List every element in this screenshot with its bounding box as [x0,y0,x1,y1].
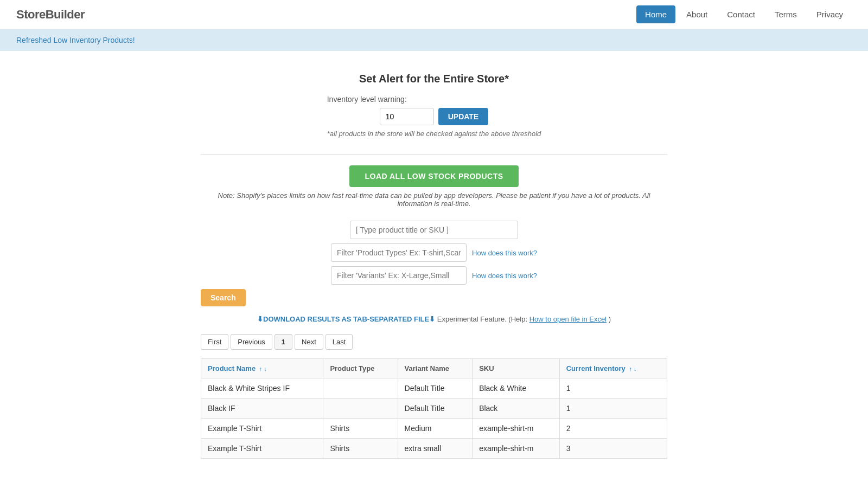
alert-banner: Refreshed Low Inventory Products! [0,29,868,51]
cell-sku: Black & White [473,378,560,399]
cell-product-name: Example T-Shirt [201,439,323,459]
cell-sku: example-shirt-m [473,419,560,439]
col-current-inventory: Current Inventory ↑ ↓ [559,359,667,378]
brand-logo: StoreBuilder [16,8,85,22]
cell-variant-name: Default Title [398,399,473,419]
header-row: Product Name ↑ ↓ Product Type Variant Na… [201,359,667,378]
cell-variant-name: extra small [398,439,473,459]
inventory-warning-label: Inventory level warning: [327,95,407,104]
cell-current-inventory: 1 [559,399,667,419]
cell-variant-name: Default Title [398,378,473,399]
table-row: Black IFDefault TitleBlack1 [201,399,667,419]
cell-current-inventory: 3 [559,439,667,459]
alert-form: UPDATE [327,108,541,125]
section-divider [201,154,667,155]
cell-current-inventory: 2 [559,419,667,439]
variant-filter[interactable] [331,266,467,285]
download-link[interactable]: ⬇DOWNLOAD RESULTS AS TAB-SEPARATED FILE⬇ [257,315,435,323]
cell-product-type: Shirts [323,419,398,439]
table-row: Example T-ShirtShirtsMediumexample-shirt… [201,419,667,439]
inventory-table: Product Name ↑ ↓ Product Type Variant Na… [201,358,667,459]
experimental-text: Experimental Feature. (Help: [437,315,529,323]
inventory-warning-input[interactable] [380,108,434,125]
col-variant-name: Variant Name [398,359,473,378]
table-body: Black & White Stripes IFDefault TitleBla… [201,378,667,459]
cell-product-name: Black IF [201,399,323,419]
nav-terms[interactable]: Terms [766,5,806,23]
cell-product-type [323,378,398,399]
product-search-input[interactable] [350,221,518,239]
excel-help-link[interactable]: How to open file in Excel [529,315,607,323]
current-page-button[interactable]: 1 [275,334,292,350]
alert-note: *all products in the store will be check… [327,130,541,138]
download-section: ⬇DOWNLOAD RESULTS AS TAB-SEPARATED FILE⬇… [201,315,667,323]
how-type-link[interactable]: How does this work? [472,249,537,257]
navbar: StoreBuilder Home About Contact Terms Pr… [0,0,868,29]
nav-home[interactable]: Home [636,5,675,23]
first-page-button[interactable]: First [201,334,228,350]
next-page-button[interactable]: Next [295,334,323,350]
table-row: Black & White Stripes IFDefault TitleBla… [201,378,667,399]
cell-variant-name: Medium [398,419,473,439]
load-section: LOAD ALL LOW STOCK PRODUCTS Note: Shopif… [201,165,667,208]
cell-sku: example-shirt-m [473,439,560,459]
col-product-name: Product Name ↑ ↓ [201,359,323,378]
variant-filter-row: How does this work? [331,266,537,285]
product-name-sort-arrows[interactable]: ↑ ↓ [259,365,267,372]
last-page-button[interactable]: Last [326,334,353,350]
download-after: ) [609,315,611,323]
product-type-filter[interactable] [331,243,467,262]
search-section: How does this work? How does this work? … [201,221,667,306]
inventory-sort-arrows[interactable]: ↑ ↓ [629,365,636,372]
col-sku: SKU [473,359,560,378]
cell-product-type [323,399,398,419]
cell-product-type: Shirts [323,439,398,459]
cell-current-inventory: 1 [559,378,667,399]
how-variant-link[interactable]: How does this work? [472,272,537,280]
product-type-filter-row: How does this work? [331,243,537,262]
search-button[interactable]: Search [201,289,246,306]
pagination: First Previous 1 Next Last [201,334,667,350]
update-button[interactable]: UPDATE [438,108,489,125]
table-row: Example T-ShirtShirtsextra smallexample-… [201,439,667,459]
load-all-button[interactable]: LOAD ALL LOW STOCK PRODUCTS [349,165,518,187]
previous-page-button[interactable]: Previous [231,334,272,350]
cell-product-name: Example T-Shirt [201,419,323,439]
nav-links: Home About Contact Terms Privacy [636,5,852,23]
set-alert-section: Set Alert for the Entire Store* Inventor… [201,62,667,143]
col-product-type: Product Type [323,359,398,378]
set-alert-title: Set Alert for the Entire Store* [201,73,667,85]
nav-about[interactable]: About [678,5,716,23]
load-note: Note: Shopify's places limits on how fas… [201,191,667,208]
nav-contact[interactable]: Contact [718,5,764,23]
cell-product-name: Black & White Stripes IF [201,378,323,399]
main-content: Set Alert for the Entire Store* Inventor… [190,51,678,480]
cell-sku: Black [473,399,560,419]
nav-privacy[interactable]: Privacy [808,5,852,23]
table-header: Product Name ↑ ↓ Product Type Variant Na… [201,359,667,378]
